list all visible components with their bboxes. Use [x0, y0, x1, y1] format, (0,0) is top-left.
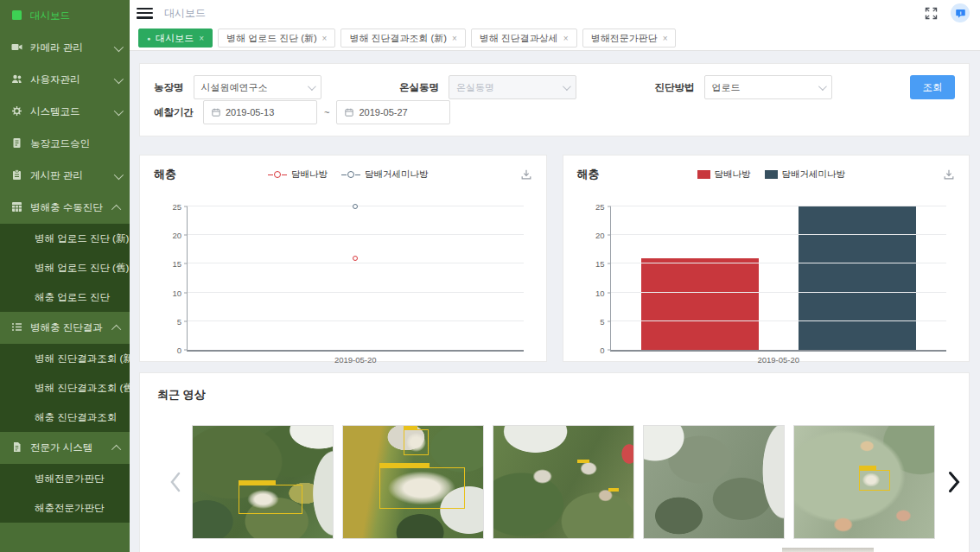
info-chat-icon[interactable]: i	[951, 3, 970, 22]
x-tick-label: 2019-05-20	[757, 355, 799, 365]
legend-label: 담배나방	[715, 168, 751, 181]
chart-legend: 담배나방담배거세미나방	[176, 168, 520, 181]
legend-marker-icon	[697, 170, 710, 179]
period-start-input[interactable]: 2019-05-13	[203, 100, 317, 124]
sidebar-item-dashboard[interactable]: 대시보드	[0, 0, 130, 32]
sidebar-item-board-management[interactable]: 게시판 관리	[0, 160, 130, 192]
close-tab-icon[interactable]: ×	[322, 34, 328, 43]
tab-disease-expert-judgment[interactable]: 병해전문가판단 ×	[582, 29, 677, 48]
list-icon	[11, 321, 22, 334]
y-tick-mark	[184, 235, 188, 236]
bar-담배나방[interactable]	[641, 258, 759, 350]
detection-label	[608, 488, 619, 492]
mildew-spot	[861, 472, 881, 488]
legend-item[interactable]: 담배나방	[268, 168, 328, 181]
sidebar-item-farm-code-approval[interactable]: 농장코드승인	[0, 128, 130, 160]
chevron-down-icon	[563, 82, 571, 91]
gridline	[611, 292, 947, 293]
y-tick-label: 5	[164, 316, 181, 326]
chevron-down-icon	[114, 41, 124, 51]
pest-line-chart-card: 해충 담배나방담배거세미나방 2019-05-200510152025	[139, 155, 547, 362]
period-end-input[interactable]: 2019-05-27	[336, 100, 450, 124]
chevron-down-icon	[818, 82, 826, 91]
sidebar-item-disease-upload-diagnosis-old[interactable]: 병해 업로드 진단 (舊)	[0, 253, 130, 282]
sidebar-item-disease-upload-diagnosis-new[interactable]: 병해 업로드 진단 (新)	[0, 224, 130, 253]
fullscreen-icon[interactable]	[925, 7, 938, 20]
tab-dashboard[interactable]: ● 대시보드 ×	[138, 29, 213, 48]
y-tick-label: 20	[588, 231, 605, 240]
close-tab-icon[interactable]: ×	[199, 34, 204, 43]
bar-담배거세미나방[interactable]	[799, 206, 916, 350]
y-tick-label: 20	[164, 231, 181, 240]
sidebar-item-label: 병해충 수동진단	[30, 201, 103, 214]
sidebar-item-pest-manual-diagnosis[interactable]: 병해충 수동진단	[0, 192, 130, 224]
download-icon[interactable]	[520, 168, 532, 181]
sidebar-item-disease-expert-judgment[interactable]: 병해전문가판단	[0, 464, 130, 493]
close-tab-icon[interactable]: ×	[663, 34, 668, 43]
sidebar-item-label: 카메라 관리	[30, 41, 83, 54]
filter-panel: 농장명 시설원예연구소 온실동명 온실동명	[139, 63, 970, 136]
chevron-up-icon	[111, 204, 121, 213]
y-tick-label: 15	[164, 259, 181, 269]
greenhouse-name-select[interactable]: 온실동명	[449, 75, 576, 99]
scatter-plot-area: 2019-05-200510152025	[187, 206, 524, 352]
diagnosis-method-select[interactable]: 업로드	[704, 75, 832, 99]
sidebar-item-pest-result-view[interactable]: 해충 진단결과조회	[0, 403, 130, 432]
detection-box	[239, 485, 302, 515]
carousel-prev-icon[interactable]	[157, 425, 192, 539]
gridline	[188, 320, 524, 321]
sidebar-item-system-code[interactable]: 시스템코드	[0, 96, 130, 128]
sidebar-item-disease-result-view-new[interactable]: 병해 진단결과조회 (新)	[0, 344, 130, 373]
greenhouse-name-label: 온실동명	[399, 81, 439, 94]
download-icon[interactable]	[943, 168, 955, 181]
tab-disease-upload-diagnosis-new[interactable]: 병해 업로드 진단 (新) ×	[218, 29, 335, 48]
users-icon	[11, 73, 22, 86]
chevron-down-icon	[114, 73, 124, 83]
sidebar-item-pest-upload-diagnosis[interactable]: 해충 업로드 진단	[0, 282, 130, 312]
document-icon	[11, 137, 22, 150]
bar-plot-area: 2019-05-200510152025	[610, 206, 947, 352]
diagnosis-method-label: 진단방법	[655, 81, 695, 94]
close-tab-icon[interactable]: ×	[563, 34, 569, 43]
clipboard-icon	[11, 169, 22, 182]
sidebar-item-diagnosis-results[interactable]: 병해충 진단결과	[0, 312, 130, 344]
gear-icon	[11, 105, 22, 118]
recent-image-2[interactable]	[342, 425, 484, 539]
sidebar-item-camera-management[interactable]: 카메라 관리	[0, 32, 130, 64]
chevron-up-icon	[111, 444, 121, 454]
recent-image-4[interactable]	[643, 425, 785, 539]
data-point-담배나방[interactable]	[353, 256, 358, 261]
data-point-담배거세미나방[interactable]	[353, 204, 358, 209]
y-tick-mark	[184, 350, 188, 351]
sidebar-item-user-management[interactable]: 사용자관리	[0, 64, 130, 96]
recent-image-1[interactable]	[192, 425, 334, 539]
farm-name-select[interactable]: 시설원예연구소	[194, 75, 321, 99]
partial-next-image	[782, 548, 874, 552]
content-area: 농장명 시설원예연구소 온실동명 온실동명	[130, 51, 980, 552]
hamburger-menu-icon[interactable]	[137, 8, 153, 19]
search-button[interactable]: 조회	[910, 75, 955, 99]
mildew-spot	[245, 488, 282, 511]
sidebar-item-label: 농장코드승인	[30, 137, 90, 150]
detection-box	[404, 429, 430, 456]
dashboard-icon	[11, 10, 22, 22]
carousel-next-icon[interactable]	[935, 425, 970, 539]
y-tick-mark	[184, 320, 188, 321]
legend-item[interactable]: 담배거세미나방	[341, 168, 429, 181]
sidebar-item-disease-result-view-old[interactable]: 병해 진단결과조회 (舊)	[0, 373, 130, 403]
recent-image-3[interactable]	[493, 425, 634, 539]
close-tab-icon[interactable]: ×	[452, 34, 457, 43]
mildew-spot	[382, 468, 461, 508]
tab-disease-result-view-new[interactable]: 병해 진단결과조회 (新) ×	[340, 29, 465, 48]
mildew-spot	[404, 431, 429, 454]
chart-title: 해충	[154, 167, 176, 182]
legend-item[interactable]: 담배나방	[697, 168, 751, 181]
gridline	[611, 234, 947, 235]
image-carousel	[157, 425, 951, 539]
recent-image-5[interactable]	[793, 425, 935, 539]
tab-disease-result-detail[interactable]: 병해 진단결과상세 ×	[471, 29, 577, 48]
sidebar-item-expert-system[interactable]: 전문가 시스템	[0, 432, 130, 464]
sidebar-item-pest-expert-judgment[interactable]: 해충전문가판단	[0, 493, 130, 523]
legend-item[interactable]: 담배거세미나방	[765, 168, 846, 181]
chevron-down-icon	[114, 105, 124, 115]
